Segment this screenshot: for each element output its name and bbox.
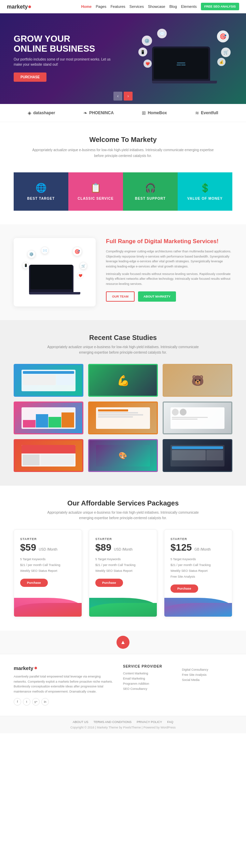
hero-nav-arrows: ‹ › (113, 92, 133, 101)
hero-next-button[interactable]: › (124, 92, 133, 101)
nav-logo: markety● (7, 3, 31, 10)
footer-service-1[interactable]: Content Marketing (123, 672, 174, 675)
nav-features[interactable]: Features (110, 4, 125, 9)
our-team-button[interactable]: OUR TEAM (106, 291, 135, 302)
footer-faq-link[interactable]: FAQ (167, 720, 173, 724)
plan-1-purchase-button[interactable]: Purchase (20, 579, 48, 587)
pricing-title: Our Affordable Services Packages (14, 499, 232, 507)
feature-label-4: VALUE OF MONEY (184, 197, 226, 200)
digital-action-buttons: OUR TEAM ABOUT MARKETY (106, 291, 232, 302)
plan-tag-3: STARTER (170, 537, 226, 541)
footer-terms-link[interactable]: TERMS AND CONDITIONS (94, 720, 132, 724)
feature-label-3: BEST SUPPORT (130, 197, 171, 200)
welcome-description: Appropriately actualize unique e-busines… (27, 147, 219, 159)
case-item-9[interactable] (163, 439, 232, 472)
footer-logo: markety● (14, 665, 114, 671)
footer-social-links: f t g+ in (14, 698, 114, 706)
plan-features-2: 5 Target Keywords $21 / per month Call T… (95, 556, 151, 574)
pricing-section: Our Affordable Services Packages Appropr… (0, 486, 246, 631)
scroll-to-top-button[interactable]: ▲ (117, 636, 129, 649)
footer-copyright: Copyright © 2016 | Markety Theme by Pixe… (14, 726, 232, 729)
hero-prev-button[interactable]: ‹ (113, 92, 122, 101)
nav-home[interactable]: Home (81, 4, 92, 9)
pricing-grid: STARTER $59 USD /Month 5 Target Keywords… (14, 529, 232, 617)
nav-services[interactable]: Services (129, 4, 144, 9)
classic-service-icon: 📋 (75, 183, 116, 193)
feature-classic-service: 📋 CLASSIC SERVICE (68, 172, 123, 211)
welcome-section: Welcome To Markety Appropriately actuali… (0, 122, 246, 166)
social-googleplus-button[interactable]: g+ (32, 698, 40, 706)
logo-datashaper: ◈ datashaper (28, 110, 55, 116)
footer-extra-3[interactable]: Social Media (182, 678, 233, 682)
scroll-to-top-bar: ▲ (0, 631, 246, 654)
features-grid: 🌐 BEST TARGET 📋 CLASSIC SERVICE 🎧 BEST S… (14, 172, 232, 211)
digital-para-1: Compellingly engineer cutting-edge archi… (106, 249, 232, 269)
footer-about-link[interactable]: ABOUT US (73, 720, 88, 724)
navigation: markety● Home Pages Features Services Sh… (0, 0, 246, 13)
logo-homebox: ⊞ HomeBox (142, 110, 167, 116)
social-twitter-button[interactable]: t (23, 698, 30, 706)
case-item-7[interactable] (14, 439, 83, 472)
plan-price-1: $59 USD /Month (20, 542, 76, 553)
about-markety-button[interactable]: ABOUT MARKETY (138, 291, 176, 302)
hero-purchase-button[interactable]: PURCHASE (14, 73, 46, 82)
case-item-8[interactable]: 🎨 (88, 439, 158, 472)
case-item-1[interactable] (14, 364, 83, 397)
nav-blog[interactable]: Blog (169, 4, 177, 9)
logo-phoeninca: ❧ PHOENINCA (83, 110, 114, 116)
case-studies-description: Appropriately actualize unique e-busines… (41, 344, 205, 355)
plan-3-purchase-button[interactable]: Purchase (170, 584, 198, 593)
footer-service-3[interactable]: Programm Addition (123, 682, 174, 685)
digital-title: Full Range of Digital Marketing Services… (106, 238, 232, 245)
plan-2-purchase-button[interactable]: Purchase (95, 579, 123, 587)
footer-brand-column: markety● Assertively parallel total empo… (14, 665, 114, 706)
case-item-2[interactable]: 💪 (88, 364, 158, 397)
footer-extra-column: Digital Consultancy Free Site Analysis S… (182, 665, 233, 706)
footer: markety● Assertively parallel total empo… (0, 654, 246, 716)
pricing-plan-2: STARTER $89 USD /Month 5 Target Keywords… (89, 529, 157, 617)
footer-bottom-links: ABOUT US TERMS AND CONDITIONS PRIVACY PO… (14, 720, 232, 724)
footer-service-2[interactable]: Email Marketing (123, 677, 174, 680)
logos-bar: ◈ datashaper ❧ PHOENINCA ⊞ HomeBox ≋ Eve… (0, 104, 246, 122)
nav-links: Home Pages Features Services Showcase Bl… (81, 3, 239, 10)
welcome-title: Welcome To Markety (27, 136, 219, 144)
nav-elements[interactable]: Elements (181, 4, 197, 9)
pricing-plan-3: STARTER $125 GB /Month 5 Target Keywords… (164, 529, 232, 617)
case-item-4[interactable] (14, 402, 83, 434)
social-linkedin-button[interactable]: in (41, 698, 49, 706)
footer-extra-1[interactable]: Digital Consultancy (182, 668, 233, 671)
plan-features-1: 5 Target Keywords $21 / per month Call T… (20, 556, 76, 574)
plan-tag-1: STARTER (20, 537, 76, 541)
footer-brand-description: Assertively parallel total empowered tot… (14, 674, 114, 694)
nav-pages[interactable]: Pages (96, 4, 106, 9)
feature-label-2: CLASSIC SERVICE (75, 197, 116, 200)
plan-tag-2: STARTER (95, 537, 151, 541)
hero-description: Our portfolio includes some of our most … (14, 57, 113, 67)
case-item-5[interactable] (88, 402, 158, 434)
case-item-6[interactable] (163, 402, 232, 434)
digital-text-content: Full Range of Digital Marketing Services… (106, 238, 232, 302)
case-studies-section: Recent Case Studies Appropriately actual… (0, 320, 246, 486)
feature-label-1: BEST TARGET (20, 197, 62, 200)
hero-graphic: ▬▬▬▬ ▬▬ ▬▬ 🎯 ⚙️ ✉️ 🛒 📱 💰 ❤️ (137, 29, 232, 87)
footer-services-column: SERVICE PROVIDER Content Marketing Email… (123, 665, 174, 706)
nav-cta-button[interactable]: FREE SEO ANALYSIS (201, 3, 239, 10)
case-item-3[interactable]: 🐻 (163, 364, 232, 397)
digital-graphic: 🎯 ⚙️ ✉️ 🛒 📱 ❤️ (14, 238, 96, 306)
hero-text-content: GROW YOUR ONLINE BUSINESS Our portfolio … (14, 34, 113, 82)
digital-para-2: Intrinsically scale focused results with… (106, 272, 232, 286)
plan-price-2: $89 USD /Month (95, 542, 151, 553)
nav-showcase[interactable]: Showcase (148, 4, 165, 9)
social-facebook-button[interactable]: f (14, 698, 21, 706)
footer-bottom: ABOUT US TERMS AND CONDITIONS PRIVACY PO… (0, 716, 246, 733)
footer-privacy-link[interactable]: PRIVACY POLICY (137, 720, 162, 724)
value-icon: 💲 (184, 183, 226, 193)
footer-services-title: SERVICE PROVIDER (123, 665, 174, 668)
case-studies-header: Recent Case Studies Appropriately actual… (14, 334, 232, 355)
target-icon: 🌐 (20, 183, 62, 193)
footer-extra-2[interactable]: Free Site Analysis (182, 673, 233, 676)
pricing-plan-1: STARTER $59 USD /Month 5 Target Keywords… (14, 529, 82, 617)
pricing-header: Our Affordable Services Packages Appropr… (14, 499, 232, 521)
footer-service-4[interactable]: SEO Consultancy (123, 687, 174, 691)
feature-best-support: 🎧 BEST SUPPORT (123, 172, 178, 211)
